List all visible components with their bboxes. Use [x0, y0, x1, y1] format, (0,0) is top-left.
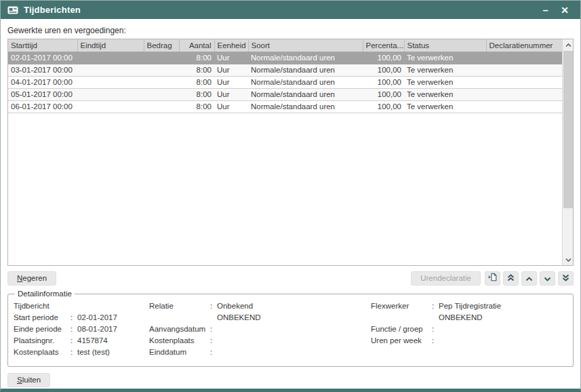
tijdberichten-window: Tijdberichten – ✕ Gewerkte uren en vergo…	[0, 0, 581, 392]
detail-columns: TijdberichtStart periode:02-01-2017Einde…	[14, 300, 567, 358]
cell-status: Te verwerken	[404, 100, 486, 113]
cell-eenheid: Uur	[214, 100, 248, 113]
window-title: Tijdberichten	[24, 5, 538, 15]
detail-field-label: Flexwerker	[371, 300, 432, 312]
detail-field-label: Relatie	[149, 300, 210, 312]
detail-field: Kostenplaats:test (test)	[14, 347, 149, 358]
detail-field-value: Pep Tijdregistratie	[439, 300, 567, 312]
cell-starttijd: 05-01-2017 00:00	[8, 88, 77, 100]
table-row[interactable]: 05-01-2017 00:008:00UurNormale/standaard…	[8, 88, 562, 100]
detail-field-separator: :	[71, 335, 77, 347]
document-arrow-icon	[488, 273, 497, 283]
cell-soort: Normale/standaard uren	[248, 88, 363, 100]
detail-field-separator: :	[71, 324, 77, 335]
detail-field-value	[439, 324, 567, 335]
cell-soort: Normale/standaard uren	[248, 64, 363, 76]
cell-aantal: 8:00	[179, 64, 214, 76]
scroll-up-arrow-icon[interactable]	[563, 39, 574, 51]
table-row[interactable]: 03-01-2017 00:008:00UurNormale/standaard…	[8, 64, 562, 76]
cell-bedrag	[144, 76, 179, 88]
detail-column: Relatie:OnbekendONBEKENDAanvangsdatum:Ko…	[149, 300, 371, 358]
detail-field-separator: :	[210, 300, 217, 312]
cell-eindtijd	[77, 64, 144, 76]
scrollbar-thumb[interactable]	[563, 51, 573, 208]
detail-field-separator: :	[432, 324, 439, 335]
detail-field-value: 02-01-2017	[77, 312, 149, 324]
last-row-button[interactable]	[558, 271, 574, 286]
column-header-eenheid[interactable]: Eenheid	[214, 39, 248, 52]
detail-field: Aanvangsdatum:	[149, 324, 371, 335]
column-header-starttijd[interactable]: Starttijd	[8, 39, 77, 52]
column-header-status[interactable]: Status	[404, 39, 486, 52]
cell-percentage: 100,00	[363, 52, 404, 64]
cell-status: Te verwerken	[404, 88, 486, 100]
cell-percentage: 100,00	[363, 88, 404, 100]
column-header-aantal[interactable]: Aantal	[179, 39, 214, 52]
detail-field-value	[217, 324, 371, 335]
cell-declaratienummer	[486, 76, 562, 88]
column-header-soort[interactable]: Soort	[248, 39, 363, 52]
scroll-down-arrow-icon[interactable]	[563, 254, 574, 265]
detail-field-label: Tijdbericht	[14, 300, 71, 312]
detail-field: Functie / groep:	[371, 324, 567, 335]
detail-field: Tijdbericht	[14, 300, 149, 312]
open-declaration-button[interactable]	[485, 271, 500, 286]
column-header-eindtijd[interactable]: Eindtijd	[77, 39, 144, 52]
next-row-button[interactable]	[540, 271, 555, 286]
detail-field-label: Aanvangsdatum	[149, 324, 210, 335]
column-header-percentage[interactable]: Percenta...	[363, 39, 404, 52]
detail-panel: Detailinformatie TijdberichtStart period…	[7, 290, 574, 367]
minimize-button[interactable]: –	[538, 3, 553, 16]
detail-field: Einde periode:08-01-2017	[14, 324, 149, 335]
detail-field-separator	[432, 312, 439, 324]
chevron-up-icon	[525, 273, 533, 283]
table-caption: Gewerkte uren en vergoedingen:	[7, 26, 574, 35]
negeren-button[interactable]: Negeren	[7, 271, 56, 286]
cell-percentage: 100,00	[363, 100, 404, 113]
close-button[interactable]: ✕	[556, 4, 574, 16]
detail-field-separator	[71, 300, 77, 312]
cell-starttijd: 04-01-2017 00:00	[8, 76, 77, 88]
cell-bedrag	[144, 64, 179, 76]
first-row-button[interactable]	[503, 271, 519, 286]
vertical-scrollbar[interactable]	[562, 39, 573, 265]
detail-field: Kostenplaats:	[149, 335, 371, 347]
window-content: Gewerkte uren en vergoedingen: Starttijd…	[1, 26, 580, 387]
detail-field-value: 4157874	[77, 335, 149, 347]
detail-field-value: test (test)	[77, 347, 149, 358]
detail-column: Flexwerker:Pep TijdregistratieONBEKENDFu…	[371, 300, 567, 358]
detail-field-separator: :	[71, 312, 77, 324]
sluiten-button[interactable]: Sluiten	[7, 373, 50, 387]
column-header-declaratienummer[interactable]: Declaratienummer	[486, 39, 562, 52]
cell-soort: Normale/standaard uren	[248, 100, 363, 113]
cell-declaratienummer	[486, 64, 562, 76]
table-row[interactable]: 04-01-2017 00:008:00UurNormale/standaard…	[8, 76, 562, 88]
detail-field-label: Kostenplaats	[149, 335, 210, 347]
double-chevron-down-icon	[562, 273, 569, 283]
detail-field-label: Einddatum	[149, 347, 210, 358]
detail-field-value	[217, 335, 371, 347]
chevron-down-icon	[544, 273, 551, 283]
detail-field-value	[439, 335, 567, 347]
detail-field-separator	[210, 312, 217, 324]
cell-aantal: 8:00	[179, 76, 214, 88]
previous-row-button[interactable]	[521, 271, 537, 286]
detail-field-label: Plaatsingnr.	[14, 335, 71, 347]
urendeclaratie-button[interactable]: Urendeclaratie	[411, 271, 481, 286]
detail-legend: Detailinformatie	[15, 290, 75, 298]
cell-percentage: 100,00	[363, 64, 404, 76]
detail-field-separator: :	[71, 347, 77, 358]
detail-field-label: Functie / groep	[371, 324, 432, 335]
detail-field-value	[217, 347, 371, 358]
cell-status: Te verwerken	[404, 64, 486, 76]
detail-field: Start periode:02-01-2017	[14, 312, 149, 324]
detail-field-value: ONBEKEND	[439, 312, 567, 324]
column-header-bedrag[interactable]: Bedrag	[144, 39, 179, 52]
detail-field: Plaatsingnr.:4157874	[14, 335, 149, 347]
table-row[interactable]: 06-01-2017 00:008:00UurNormale/standaard…	[8, 100, 562, 113]
cell-aantal: 8:00	[179, 52, 214, 64]
detail-field: ONBEKEND	[371, 312, 567, 324]
cell-starttijd: 02-01-2017 00:00	[8, 52, 77, 64]
detail-field-separator: :	[210, 335, 217, 347]
table-row[interactable]: 02-01-2017 00:008:00UurNormale/standaard…	[8, 52, 562, 64]
